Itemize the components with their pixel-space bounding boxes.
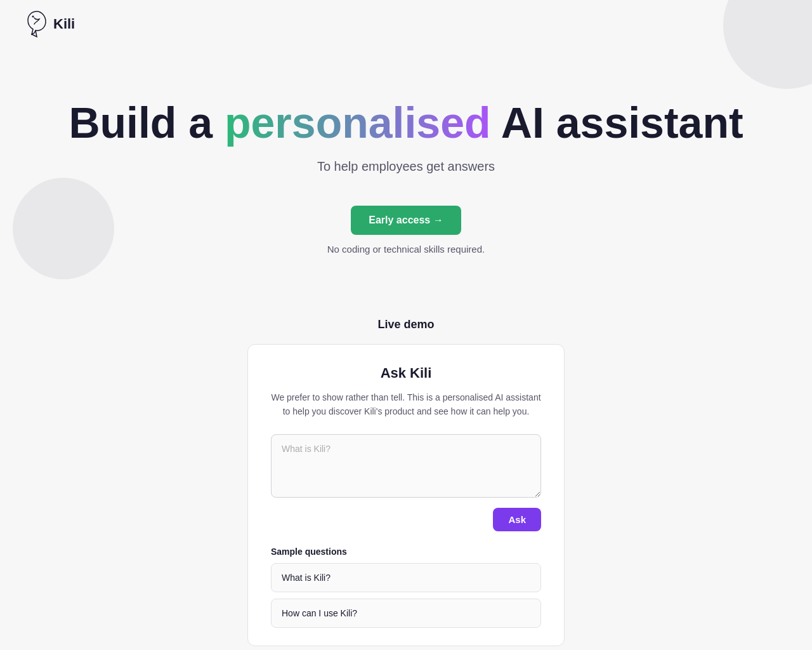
- live-demo-section: Live demo Ask Kili We prefer to show rat…: [0, 293, 812, 646]
- svg-point-0: [32, 16, 34, 18]
- ask-kili-card: Ask Kili We prefer to show rather than t…: [247, 344, 565, 646]
- live-demo-label: Live demo: [25, 318, 787, 331]
- ask-btn-row: Ask: [271, 508, 541, 531]
- header: Kili: [0, 0, 812, 48]
- hero-title: Build a personalised AI assistant: [25, 99, 787, 147]
- hero-title-part1: Build a: [69, 98, 225, 147]
- ask-button[interactable]: Ask: [493, 508, 541, 531]
- sample-question-item-1[interactable]: What is Kili?: [271, 563, 541, 592]
- no-coding-text: No coding or technical skills required.: [327, 244, 485, 255]
- logo[interactable]: Kili: [25, 10, 75, 38]
- question-textarea[interactable]: [271, 434, 541, 498]
- ask-kili-title: Ask Kili: [271, 365, 541, 381]
- ask-kili-description: We prefer to show rather than tell. This…: [271, 390, 541, 419]
- hero-section: Build a personalised AI assistant To hel…: [0, 48, 812, 293]
- hero-subtitle: To help employees get answers: [25, 159, 787, 174]
- sample-questions-label: Sample questions: [271, 547, 541, 557]
- early-access-button[interactable]: Early access →: [351, 206, 461, 235]
- hero-title-part2: AI assistant: [491, 98, 743, 147]
- logo-text: Kili: [53, 16, 75, 32]
- sample-question-item-2[interactable]: How can I use Kili?: [271, 599, 541, 628]
- hero-title-highlight: personalised: [225, 98, 491, 147]
- cta-container: Early access → No coding or technical sk…: [25, 206, 787, 255]
- logo-icon: [25, 10, 48, 38]
